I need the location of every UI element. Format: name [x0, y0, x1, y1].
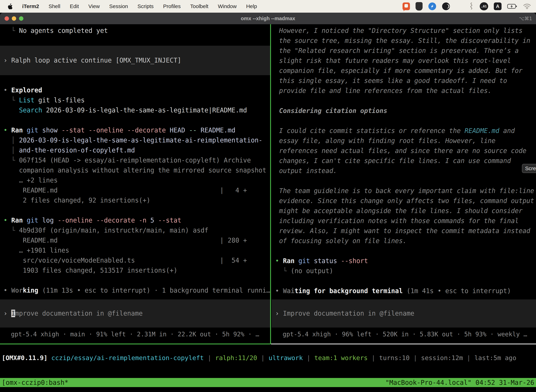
terminal-line	[272, 246, 536, 256]
terminal-line: › Improve documentation in @filename	[0, 309, 143, 317]
terminal-line: Search 2026-03-09-is-legal-the-same-as-l…	[0, 105, 270, 115]
terminal-line: I could cite commit statistics or refere…	[272, 126, 536, 136]
window-title: omx --xhigh --madmax	[0, 16, 536, 21]
terminal-line: • Waiting for background terminal (1m 41…	[272, 286, 536, 296]
terminal-line: 1903 files changed, 513517 insertions(+)	[0, 265, 270, 275]
terminal-line: • Ran git show --stat --oneline --decora…	[0, 125, 270, 135]
terminal-line: README.md | 280 +	[0, 235, 270, 245]
moon-crescent-icon[interactable]	[442, 2, 450, 10]
terminal-line: src/voice/voiceModeEnabled.ts | 54 +	[0, 255, 270, 265]
terminal-pane-left[interactable]: └ No agents completed yet› Ralph loop ac…	[0, 24, 270, 345]
menu-item-help[interactable]: Help	[246, 3, 257, 9]
menu-item-session[interactable]: Session	[109, 3, 128, 9]
terminal-line	[0, 75, 270, 85]
terminal-line: including verification notes with those …	[272, 216, 536, 226]
terminal-line: slight risk that future readers may over…	[272, 56, 536, 66]
terminal-line: README.md | 4 +	[0, 185, 270, 195]
tmux-session-window: [omx-cczip0:bash*	[2, 379, 68, 386]
terminal-line: review. Also, I might want to inspect th…	[272, 226, 536, 236]
terminal-line: › Improve documentation in @filename	[272, 309, 414, 317]
terminal-line: … +1901 lines	[0, 245, 270, 255]
tmux-status-bar: [omx-cczip0:bash* "MacBook-Pro-44.local"…	[0, 378, 536, 387]
battery-icon[interactable]	[507, 4, 517, 9]
terminal-line: │ 2026-03-09-is-legal-the-same-as-legiti…	[0, 135, 270, 145]
terminal-line: this single essay, it seems like a good …	[272, 76, 536, 86]
menu-item-profiles[interactable]: Profiles	[163, 3, 181, 9]
terminal-line: • Working (11m 13s • esc to interrupt) ·…	[0, 285, 270, 295]
menu-item-scripts[interactable]: Scripts	[138, 3, 154, 9]
shield-grid-icon[interactable]	[416, 2, 423, 10]
terminal-line: • Ran git status --short	[272, 256, 536, 266]
omx-status-line: [OMX#0.11.9] cczip/essay/ai-reimplementa…	[2, 354, 516, 362]
terminal-line: └ 067f154 (HEAD -> essay/ai-reimplementa…	[0, 155, 270, 165]
pane-bottom-border-right	[271, 344, 536, 344]
apple-menu-icon[interactable]	[7, 3, 13, 9]
screen-overlay-label: Scre	[525, 165, 536, 171]
terminal-line: • Explored	[0, 85, 270, 95]
wifi-icon[interactable]	[523, 3, 531, 9]
terminal-line: └ 4b9d30f (origin/main, instructkr/main,…	[0, 225, 270, 235]
terminal-line: The team guideline is to back every impo…	[272, 186, 536, 196]
terminal-line	[272, 116, 536, 126]
text-cursor: I	[11, 310, 15, 317]
terminal-line: companion analysis without altering the …	[0, 165, 270, 175]
terminal-line: the "Related research writing" section i…	[272, 46, 536, 56]
terminal-line: 2 files changed, 92 insertions(+)	[0, 195, 270, 205]
terminal-line: companion file, especially if more comme…	[272, 66, 536, 76]
window-title-bar: omx --xhigh --madmax ⌥⌘1	[0, 13, 536, 24]
dots-grid-icon[interactable]	[456, 3, 462, 10]
battery-percent-badge-icon[interactable]: ..61	[480, 2, 488, 10]
menu-item-edit[interactable]: Edit	[70, 3, 79, 9]
model-status-right: gpt-5.4 xhigh · 96% left · 520K in · 5.8…	[272, 329, 536, 339]
terminal-line: Considering citation options	[272, 106, 536, 116]
tmux-host-time: "MacBook-Pro-44.local" 04:52 31-Mar-26	[385, 379, 534, 386]
pane-divider[interactable]	[270, 24, 271, 344]
terminal-line: changes, I can't cite specific file line…	[272, 156, 536, 166]
terminal-line: might be acceptable alongside the file l…	[272, 206, 536, 216]
screen-overlay-button[interactable]: Scre	[522, 164, 536, 173]
ralph-inject-banner[interactable]: › Ralph loop active continue [OMX_TMUX_I…	[0, 46, 270, 75]
input-source-icon[interactable]: A	[494, 2, 502, 10]
terminal-line: › Ralph loop active continue [OMX_TMUX_I…	[0, 56, 181, 65]
prompt-input-right[interactable]: › Improve documentation in @filename	[272, 299, 536, 327]
model-status-left: gpt-5.4 xhigh · main · 91% left · 2.31M …	[0, 329, 270, 339]
bolt-badge-icon[interactable]	[428, 2, 436, 10]
terminal-line: references need actual files, and since …	[272, 146, 536, 156]
terminal-line	[0, 36, 270, 46]
terminal-line: └ List git ls-files	[0, 95, 270, 105]
menu-item-toolbelt[interactable]: Toolbelt	[190, 3, 208, 9]
terminal-line: provide file and line references from th…	[272, 86, 536, 96]
terminal-line: essay file, along with finding root file…	[272, 136, 536, 146]
terminal-line	[272, 176, 536, 186]
zoom-button[interactable]	[19, 16, 23, 21]
menu-items: iTerm2ShellEditViewSessionScriptsProfile…	[22, 3, 257, 9]
terminal-line: the source tree, missing the essay. Stil…	[272, 36, 536, 46]
terminal-line: │ and-the-erosion-of-copyleft.md	[0, 145, 270, 155]
menu-item-view[interactable]: View	[88, 3, 100, 9]
window-shortcut-badge: ⌥⌘1	[519, 16, 532, 21]
terminal-line	[0, 275, 270, 285]
prompt-input-left[interactable]: › Improve documentation in @filename	[0, 299, 270, 327]
terminal-line: However, I noticed the "Directory Struct…	[272, 26, 536, 36]
terminal-line	[272, 96, 536, 106]
terminal-line	[272, 276, 536, 286]
terminal-pane-right[interactable]: However, I noticed the "Directory Struct…	[272, 24, 536, 345]
menu-bar: iTerm2ShellEditViewSessionScriptsProfile…	[0, 0, 536, 13]
menubar-status-icons: ..61 A	[402, 2, 531, 10]
terminal-line: … +2 lines	[0, 175, 270, 185]
close-button[interactable]	[5, 16, 9, 21]
terminal-line: └ (no output)	[272, 266, 536, 276]
screen-recording-icon[interactable]	[402, 2, 410, 10]
menu-item-iterm2[interactable]: iTerm2	[22, 3, 39, 9]
minimize-button[interactable]	[12, 16, 16, 21]
terminal-line: [OMX#0.11.9] cczip/essay/ai-reimplementa…	[2, 354, 516, 362]
squiggle-icon[interactable]	[468, 2, 474, 10]
menu-item-window[interactable]: Window	[218, 3, 237, 9]
terminal-line	[0, 115, 270, 125]
terminal-line: output instead.	[272, 166, 536, 176]
terminal-line: gpt-5.4 xhigh · main · 91% left · 2.31M …	[0, 329, 270, 339]
terminal-line	[0, 205, 270, 215]
terminal-line: of focusing solely on file lines.	[272, 236, 536, 246]
terminal-line: • Ran git log --oneline --decorate -n 5 …	[0, 215, 270, 225]
menu-item-shell[interactable]: Shell	[48, 3, 60, 9]
